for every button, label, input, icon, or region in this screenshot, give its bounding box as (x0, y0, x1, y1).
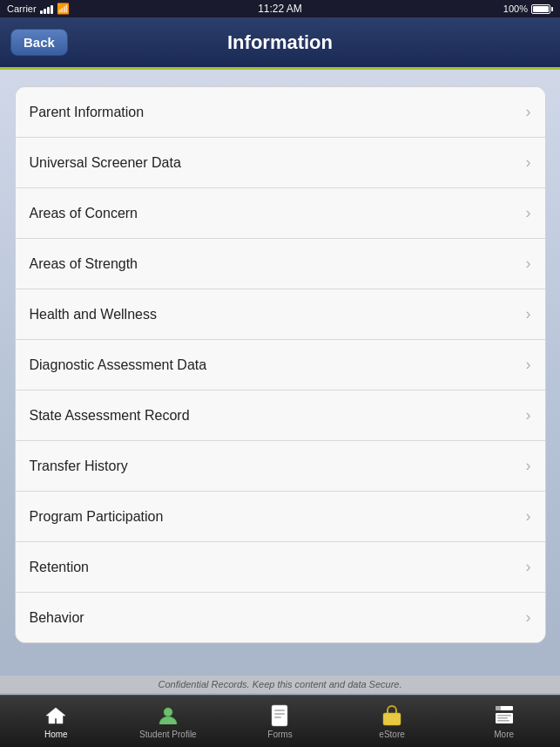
chevron-icon-areas-of-strength: › (526, 255, 531, 273)
wifi-icon: 📶 (57, 3, 70, 15)
list-item-program-participation[interactable]: Program Participation › (16, 492, 545, 542)
list-item-label-program-participation: Program Participation (30, 509, 164, 525)
battery-icon (531, 4, 553, 14)
status-bar-left: Carrier 📶 (7, 3, 70, 15)
chevron-icon-program-participation: › (526, 507, 531, 526)
battery-label: 100% (503, 3, 528, 14)
tab-student-profile[interactable]: Student Profile (112, 703, 225, 739)
tab-label-more: More (494, 730, 514, 739)
tab-label-forms: Forms (267, 730, 292, 739)
chevron-icon-transfer-history: › (526, 457, 531, 475)
content-area: Parent Information › Universal Screener … (0, 72, 560, 695)
list-item-label-universal-screener-data: Universal Screener Data (30, 155, 181, 171)
list-item-parent-information[interactable]: Parent Information › (16, 87, 545, 138)
tab-estore[interactable]: eStore (336, 703, 449, 739)
tab-home[interactable]: Home (0, 703, 112, 739)
chevron-icon-health-and-wellness: › (526, 305, 531, 323)
signal-icon (40, 3, 53, 14)
svg-rect-5 (383, 713, 401, 725)
back-button[interactable]: Back (10, 29, 68, 56)
student-profile-icon (156, 703, 180, 728)
status-bar-right: 100% (503, 3, 553, 14)
svg-rect-11 (497, 720, 509, 722)
tab-label-home: Home (44, 730, 68, 739)
estore-icon (380, 703, 404, 728)
chevron-icon-parent-information: › (526, 103, 531, 121)
chevron-icon-state-assessment-record: › (526, 406, 531, 424)
list-item-label-behavior: Behavior (30, 610, 84, 626)
home-icon (44, 703, 68, 728)
list-item-label-parent-information: Parent Information (30, 105, 145, 120)
svg-rect-7 (496, 706, 501, 710)
chevron-icon-retention: › (526, 558, 531, 576)
page-title: Information (227, 31, 333, 54)
list-item-label-transfer-history: Transfer History (30, 458, 128, 474)
list-item-label-health-and-wellness: Health and Wellness (30, 307, 157, 323)
info-list-card: Parent Information › Universal Screener … (15, 86, 546, 643)
svg-rect-3 (274, 713, 285, 715)
svg-point-0 (164, 708, 172, 716)
list-item-retention[interactable]: Retention › (16, 542, 545, 593)
chevron-icon-areas-of-concern: › (526, 204, 531, 222)
tab-label-estore: eStore (379, 730, 404, 739)
list-item-label-areas-of-strength: Areas of Strength (30, 256, 138, 272)
nav-bar: Back Information (0, 17, 560, 70)
carrier-label: Carrier (7, 3, 37, 14)
list-item-universal-screener-data[interactable]: Universal Screener Data › (16, 138, 545, 188)
list-item-areas-of-strength[interactable]: Areas of Strength › (16, 239, 545, 289)
list-item-label-state-assessment-record: State Assessment Record (30, 408, 190, 424)
list-item-state-assessment-record[interactable]: State Assessment Record › (16, 390, 545, 441)
list-item-label-retention: Retention (30, 560, 90, 575)
svg-rect-2 (274, 710, 285, 711)
list-item-areas-of-concern[interactable]: Areas of Concern › (16, 188, 545, 239)
list-item-diagnostic-assessment-data[interactable]: Diagnostic Assessment Data › (16, 340, 545, 390)
list-item-label-areas-of-concern: Areas of Concern (30, 206, 138, 221)
tab-label-student-profile: Student Profile (139, 730, 197, 739)
chevron-icon-diagnostic-assessment-data: › (526, 356, 531, 374)
svg-rect-9 (497, 715, 511, 716)
tab-more[interactable]: More (448, 703, 560, 739)
list-item-transfer-history[interactable]: Transfer History › (16, 441, 545, 492)
svg-rect-4 (274, 716, 281, 718)
svg-rect-10 (497, 717, 508, 719)
tab-bar: Home Student Profile Forms eStore (0, 695, 560, 747)
status-bar: Carrier 📶 11:22 AM 100% (0, 0, 560, 17)
status-bar-time: 11:22 AM (258, 3, 302, 15)
forms-icon (267, 703, 292, 728)
list-item-label-diagnostic-assessment-data: Diagnostic Assessment Data (30, 357, 207, 373)
tab-forms[interactable]: Forms (224, 703, 336, 739)
chevron-icon-universal-screener-data: › (526, 153, 531, 172)
list-item-health-and-wellness[interactable]: Health and Wellness › (16, 289, 545, 340)
svg-rect-1 (272, 705, 287, 726)
chevron-icon-behavior: › (526, 608, 531, 627)
confidential-notice: Confidential Records. Keep this content … (0, 676, 560, 693)
more-icon (492, 703, 516, 728)
list-item-behavior[interactable]: Behavior › (16, 593, 545, 642)
